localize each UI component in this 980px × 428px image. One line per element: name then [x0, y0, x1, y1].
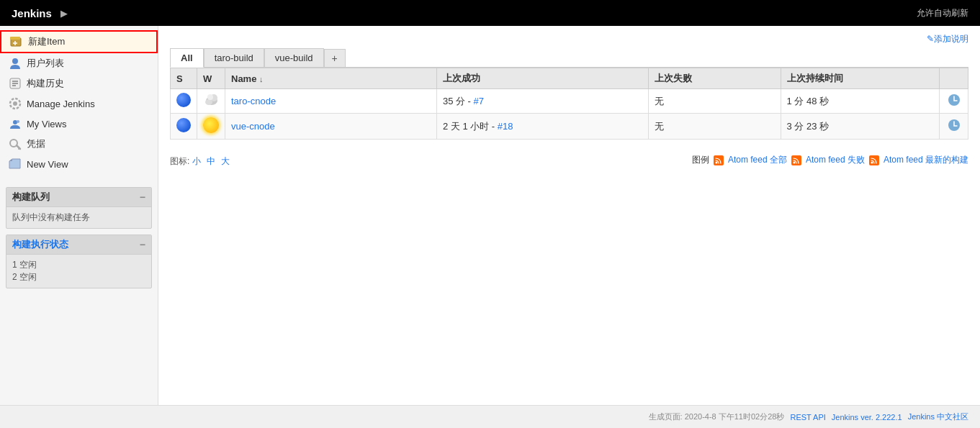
sidebar-item-label-new-item: 新建Item	[28, 35, 65, 48]
svg-point-12	[17, 120, 19, 123]
sidebar-item-label-build-history: 构建历史	[27, 77, 64, 90]
atom-feed-fail-link[interactable]: Atom feed 失败	[806, 154, 865, 166]
rss-icon-fail	[791, 155, 801, 165]
col-actions	[940, 68, 968, 89]
row1-schedule-icon[interactable]	[948, 98, 961, 109]
sidebar-item-label-new-view: New View	[27, 159, 68, 170]
build-queue-header: 构建队列 −	[6, 188, 151, 207]
row2-status	[171, 114, 197, 140]
build-status-title: 构建执行状态	[12, 238, 68, 251]
manage-jenkins-icon	[9, 97, 22, 110]
legend-medium[interactable]: 中	[207, 155, 215, 168]
weather-sunny-icon	[203, 117, 219, 133]
build-history-icon	[9, 77, 22, 90]
build-queue-empty: 队列中没有构建任务	[12, 212, 90, 222]
build-queue-content: 队列中没有构建任务	[6, 207, 151, 228]
breadcrumb-sep: ▶	[60, 8, 68, 19]
sidebar-item-label-manage-jenkins: Manage Jenkins	[27, 99, 95, 109]
row2-name-link[interactable]: vue-cnode	[231, 121, 275, 132]
row2-last-fail: 无	[648, 114, 781, 140]
add-description-link[interactable]: ✎添加说明	[927, 33, 968, 45]
sidebar-item-new-item[interactable]: 新建Item	[0, 30, 158, 53]
sidebar-item-new-view[interactable]: New View	[0, 154, 158, 174]
legend-large[interactable]: 大	[221, 155, 230, 168]
rss-icon-latest	[869, 155, 879, 165]
footer-rest-api[interactable]: REST API	[790, 413, 825, 422]
main-layout: 新建Item 用户列表 构建历史	[0, 26, 980, 405]
row1-success-link[interactable]: #7	[474, 96, 484, 106]
footer-jenkins-ver[interactable]: Jenkins ver. 2.222.1	[832, 413, 902, 422]
sidebar-item-label-user-list: 用户列表	[27, 57, 64, 70]
sidebar-item-label-my-views: My Views	[27, 119, 66, 129]
jobs-table: S W Name ↓ 上次成功 上次失败	[170, 68, 968, 140]
sidebar-item-my-views[interactable]: My Views	[0, 114, 158, 134]
sort-arrow: ↓	[259, 75, 264, 83]
row1-last-success: 35 分 - #7	[436, 89, 648, 114]
build-status-item-2: 2 空闲	[12, 271, 145, 283]
tab-add-button[interactable]: +	[324, 49, 346, 67]
tab-all[interactable]: All	[170, 48, 204, 68]
allow-refresh[interactable]: 允许自动刷新	[917, 7, 968, 19]
build-status-collapse[interactable]: −	[140, 239, 145, 250]
logo-area: Jenkins ▶	[12, 7, 71, 19]
legend-small[interactable]: 小	[192, 155, 201, 168]
row1-weather	[197, 89, 225, 114]
footer-community[interactable]: Jenkins 中文社区	[908, 411, 968, 422]
row1-last-duration: 1 分 48 秒	[781, 89, 939, 114]
svg-rect-22	[714, 155, 724, 165]
svg-point-9	[13, 101, 17, 106]
row2-schedule-icon[interactable]	[948, 123, 961, 134]
sidebar-item-credentials[interactable]: 凭据	[0, 134, 158, 154]
table-row: vue-cnode 2 天 1 小时 - #18 无 3 分 23 秒	[171, 114, 968, 140]
content-top: ✎添加说明	[170, 33, 968, 45]
row2-success-link[interactable]: #18	[498, 121, 513, 132]
new-item-icon	[10, 35, 23, 48]
tab-vue-build[interactable]: vue-build	[264, 48, 324, 67]
svg-point-19	[207, 94, 213, 100]
col-name[interactable]: Name ↓	[225, 68, 437, 89]
tab-taro-build[interactable]: taro-build	[204, 48, 264, 67]
status-ball-blue	[176, 93, 191, 107]
svg-rect-24	[791, 155, 801, 165]
sidebar-item-manage-jenkins[interactable]: Manage Jenkins	[0, 94, 158, 114]
row2-weather	[197, 114, 225, 140]
atom-feed-latest-link[interactable]: Atom feed 最新的构建	[884, 154, 968, 166]
row2-last-duration: 3 分 23 秒	[781, 114, 939, 140]
status-ball-blue-2	[176, 118, 191, 132]
row2-last-success: 2 天 1 小时 - #18	[436, 114, 648, 140]
svg-point-27	[871, 161, 873, 163]
sidebar: 新建Item 用户列表 构建历史	[0, 26, 158, 405]
atom-legend-label: 图例	[692, 154, 709, 166]
svg-point-25	[793, 161, 795, 163]
sidebar-item-user-list[interactable]: 用户列表	[0, 53, 158, 73]
row1-last-fail: 无	[648, 89, 781, 114]
build-status-content: 1 空闲 2 空闲	[6, 255, 151, 288]
col-s: S	[171, 68, 197, 89]
build-queue-collapse[interactable]: −	[140, 191, 145, 203]
col-last-success: 上次成功	[436, 68, 648, 89]
table-header-row: S W Name ↓ 上次成功 上次失败	[171, 68, 968, 89]
row2-name: vue-cnode	[225, 114, 437, 140]
credentials-icon	[9, 137, 22, 150]
build-queue-section: 构建队列 − 队列中没有构建任务	[6, 187, 152, 229]
row1-action	[940, 89, 968, 114]
svg-point-23	[715, 161, 717, 163]
sidebar-item-build-history[interactable]: 构建历史	[0, 73, 158, 94]
atom-feed-all-link[interactable]: Atom feed 全部	[728, 154, 787, 166]
sidebar-item-label-credentials: 凭据	[27, 137, 45, 150]
rss-icon-all	[714, 155, 724, 165]
svg-point-11	[13, 120, 17, 124]
content-area: ✎添加说明 All taro-build vue-build + S	[158, 26, 980, 405]
build-status-header: 构建执行状态 −	[6, 235, 151, 255]
build-status-item-1: 1 空闲	[12, 259, 145, 271]
footer: 生成页面: 2020-4-8 下午11时02分28秒 REST API Jenk…	[0, 405, 980, 428]
row1-name-link[interactable]: taro-cnode	[231, 96, 276, 106]
row1-status	[171, 89, 197, 114]
svg-rect-1	[10, 37, 20, 40]
weather-cloudy-icon	[203, 93, 219, 109]
table-row: taro-cnode 35 分 - #7 无 1 分 48 秒	[171, 89, 968, 114]
col-last-duration: 上次持续时间	[781, 68, 939, 89]
row2-action	[940, 114, 968, 140]
build-status-section: 构建执行状态 − 1 空闲 2 空闲	[6, 235, 152, 288]
new-view-icon	[9, 158, 22, 170]
